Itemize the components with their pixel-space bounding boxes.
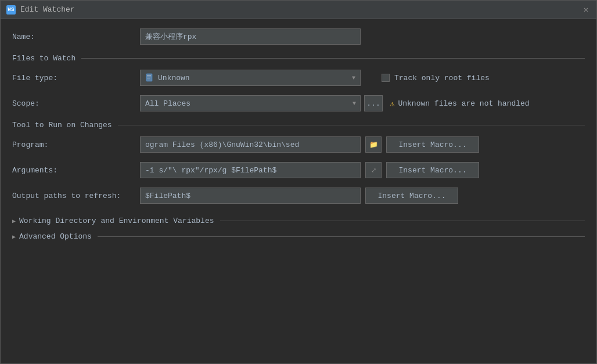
track-root-checkbox[interactable] <box>382 74 390 82</box>
scope-select-wrapper: All Places ▼ <box>140 95 361 111</box>
scope-controls: All Places ▼ ... ⚠ Unknown files are not… <box>140 95 530 111</box>
file-type-icon <box>145 73 154 82</box>
program-insert-macro-button[interactable]: Insert Macro... <box>386 136 479 153</box>
tool-section-line <box>118 125 585 125</box>
scope-select[interactable]: All Places <box>140 95 361 111</box>
tool-section-label: Tool to Run on Changes <box>12 121 112 129</box>
working-directory-section[interactable]: ▶ Working Directory and Environment Vari… <box>12 213 585 229</box>
advanced-options-line <box>98 236 585 237</box>
svg-rect-0 <box>146 74 152 81</box>
app-icon: WS <box>6 5 16 15</box>
svg-rect-3 <box>147 78 150 78</box>
advanced-options-section[interactable]: ▶ Advanced Options <box>12 229 585 244</box>
scope-label: Scope: <box>12 99 140 108</box>
working-directory-line <box>220 221 585 221</box>
warning-icon: ⚠ <box>390 99 394 109</box>
window-title: Edit Watcher <box>20 5 581 14</box>
files-to-watch-label: Files to Watch <box>12 54 75 63</box>
close-button[interactable]: ✕ <box>581 5 591 15</box>
program-controls: 📁 Insert Macro... <box>140 136 479 153</box>
arguments-expand-button[interactable]: ⤢ <box>365 162 382 178</box>
output-paths-input[interactable] <box>140 188 361 204</box>
track-root-row: Track only root files <box>382 74 490 82</box>
arguments-input[interactable] <box>140 162 361 178</box>
advanced-options-arrow-icon: ▶ <box>12 233 16 240</box>
output-paths-insert-macro-button[interactable]: Insert Macro... <box>365 188 458 204</box>
file-type-select[interactable]: Unknown ▼ <box>140 70 361 86</box>
output-paths-label: Output paths to refresh: <box>12 192 140 200</box>
name-input[interactable] <box>140 28 361 45</box>
arguments-insert-macro-button[interactable]: Insert Macro... <box>386 162 479 178</box>
files-to-watch-header: Files to Watch <box>12 54 585 63</box>
file-type-value: Unknown <box>158 74 352 82</box>
working-directory-arrow-icon: ▶ <box>12 218 16 225</box>
working-directory-label: Working Directory and Environment Variab… <box>19 217 214 225</box>
folder-icon: 📁 <box>369 140 378 149</box>
file-type-arrow-icon: ▼ <box>352 75 355 81</box>
svg-rect-2 <box>147 77 151 77</box>
title-bar: WS Edit Watcher ✕ <box>1 1 596 19</box>
dialog-content: Name: Files to Watch File type: Unknown <box>1 19 596 363</box>
program-row: Program: 📁 Insert Macro... <box>12 136 585 153</box>
arguments-controls: ⤢ Insert Macro... <box>140 162 479 178</box>
files-section-line <box>81 58 585 59</box>
program-browse-button[interactable]: 📁 <box>365 136 382 153</box>
output-paths-controls: Insert Macro... <box>140 188 458 204</box>
advanced-options-label: Advanced Options <box>19 232 92 241</box>
scope-row: Scope: All Places ▼ ... ⚠ Unknown files … <box>12 95 585 111</box>
expand-icon: ⤢ <box>371 167 376 174</box>
output-paths-row: Output paths to refresh: Insert Macro... <box>12 188 585 204</box>
edit-watcher-window: WS Edit Watcher ✕ Name: Files to Watch F… <box>0 0 597 364</box>
file-type-row: File type: Unknown ▼ Track only root fil… <box>12 70 585 86</box>
arguments-row: Arguments: ⤢ Insert Macro... <box>12 162 585 178</box>
file-type-label: File type: <box>12 74 140 82</box>
svg-rect-1 <box>147 75 151 76</box>
name-label: Name: <box>12 33 140 41</box>
program-label: Program: <box>12 140 140 149</box>
name-row: Name: <box>12 28 585 45</box>
arguments-label: Arguments: <box>12 166 140 175</box>
scope-warning: ⚠ Unknown files are not handled <box>390 99 530 109</box>
scope-dots-button[interactable]: ... <box>364 95 383 111</box>
tool-section-header: Tool to Run on Changes <box>12 121 585 129</box>
track-root-label: Track only root files <box>394 74 490 82</box>
warning-message: Unknown files are not handled <box>398 99 529 108</box>
program-input[interactable] <box>140 136 361 153</box>
